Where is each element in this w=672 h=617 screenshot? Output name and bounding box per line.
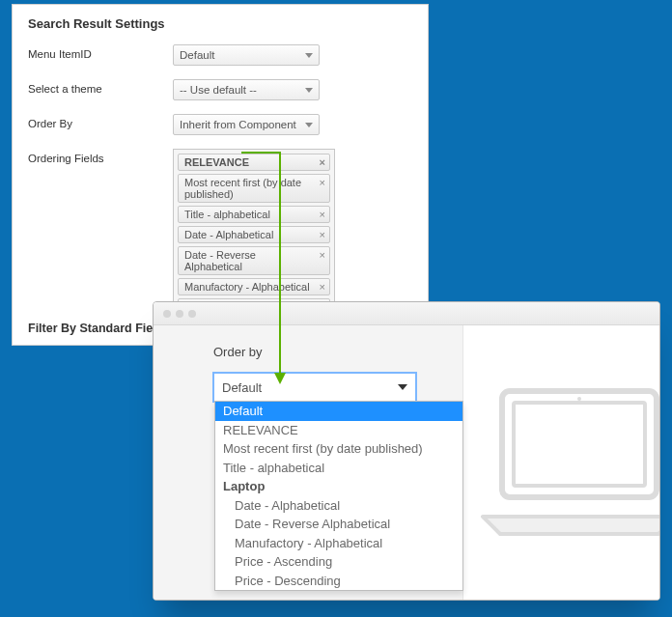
remove-tag-icon[interactable]: × <box>320 249 325 261</box>
remove-tag-icon[interactable]: × <box>320 229 325 240</box>
ordering-field-tag[interactable]: Most recent first (by date published)× <box>178 174 330 203</box>
remove-tag-icon[interactable]: × <box>320 281 325 293</box>
tag-label: Most recent first (by date published) <box>184 177 314 200</box>
settings-panel: Search Result Settings Menu ItemID Defau… <box>12 4 429 346</box>
label-theme: Select a theme <box>28 79 173 95</box>
tag-label: Date - Alphabetical <box>184 229 273 240</box>
ordering-field-tag[interactable]: Title - alphabetical× <box>178 206 330 223</box>
label-order-by: Order By <box>28 114 173 129</box>
chevron-down-icon <box>305 53 313 58</box>
orderby-dropdown[interactable]: Default DefaultRELEVANCEMost recent firs… <box>213 373 416 402</box>
select-order-by[interactable]: Inherit from Component <box>173 114 320 135</box>
preview-product-area <box>462 325 659 600</box>
dropdown-option[interactable]: Title - alphabetical <box>215 459 462 478</box>
chevron-down-icon <box>398 384 407 390</box>
dropdown-optgroup: Laptop <box>215 477 462 496</box>
remove-tag-icon[interactable]: × <box>320 156 325 168</box>
select-menu-item-id[interactable]: Default <box>173 44 320 66</box>
label-ordering-fields: Ordering Fields <box>28 149 173 164</box>
window-dot-icon <box>176 310 183 318</box>
remove-tag-icon[interactable]: × <box>320 177 325 188</box>
select-value: -- Use default -- <box>180 84 257 96</box>
select-value: Inherit from Component <box>180 119 296 130</box>
settings-title: Search Result Settings <box>28 16 412 31</box>
svg-rect-1 <box>514 403 645 486</box>
tag-label: Date - Reverse Alphabetical <box>184 249 314 272</box>
tag-label: Title - alphabetical <box>184 209 270 220</box>
dropdown-option[interactable]: RELEVANCE <box>215 421 462 440</box>
remove-tag-icon[interactable]: × <box>320 209 325 220</box>
tag-label: Manufactory - Alphabetical <box>184 281 310 293</box>
ordering-field-tag[interactable]: Manufactory - Alphabetical× <box>178 278 330 295</box>
ordering-field-tag[interactable]: Date - Alphabetical× <box>178 226 330 243</box>
orderby-dropdown-list[interactable]: DefaultRELEVANCEMost recent first (by da… <box>214 401 463 591</box>
select-theme[interactable]: -- Use default -- <box>173 79 320 100</box>
chevron-down-icon <box>305 123 313 127</box>
select-value: Default <box>180 49 214 61</box>
dropdown-option[interactable]: Price - Ascending <box>215 552 462 572</box>
laptop-icon <box>473 372 660 565</box>
dropdown-option[interactable]: Price - Descending <box>215 572 462 591</box>
dropdown-option[interactable]: Most recent first (by date published) <box>215 439 462 459</box>
window-dot-icon <box>163 310 171 318</box>
row-order-by: Order By Inherit from Component <box>28 114 412 135</box>
ordering-field-tag[interactable]: Date - Reverse Alphabetical× <box>178 246 330 275</box>
window-dot-icon <box>188 310 196 318</box>
chevron-down-icon <box>305 88 313 93</box>
label-menu-item-id: Menu ItemID <box>28 44 173 60</box>
window-titlebar <box>154 302 659 325</box>
filter-by-standard-fields-heading: Filter By Standard Fiel <box>28 322 156 335</box>
dropdown-option[interactable]: Manufactory - Alphabetical <box>215 534 462 553</box>
row-theme: Select a theme -- Use default -- <box>28 79 412 100</box>
preview-window: Order by Default DefaultRELEVANCEMost re… <box>153 301 660 601</box>
svg-rect-0 <box>502 391 657 497</box>
preview-body: Order by Default DefaultRELEVANCEMost re… <box>154 325 659 600</box>
dropdown-option[interactable]: Date - Reverse Alphabetical <box>215 515 462 534</box>
ordering-field-tag[interactable]: RELEVANCE× <box>178 154 330 171</box>
dropdown-option[interactable]: Date - Alphabetical <box>215 496 462 516</box>
dropdown-option[interactable]: Default <box>215 402 462 421</box>
svg-point-2 <box>577 397 581 401</box>
row-menu-item-id: Menu ItemID Default <box>28 44 412 66</box>
orderby-label: Order by <box>213 345 462 359</box>
tag-label: RELEVANCE <box>184 156 249 168</box>
dropdown-value: Default <box>222 380 262 395</box>
preview-sidebar: Order by Default DefaultRELEVANCEMost re… <box>154 325 462 600</box>
